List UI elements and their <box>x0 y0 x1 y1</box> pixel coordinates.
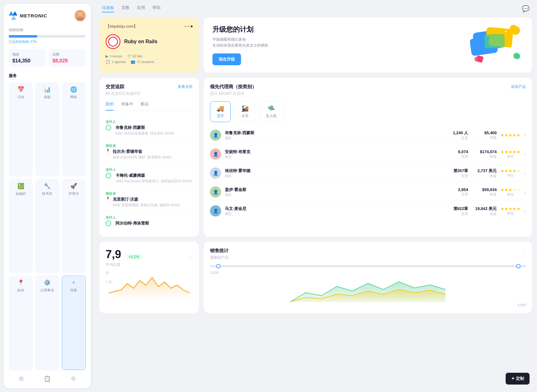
delivery-list: 发件人 ✓ 布鲁克林·西蒙斯 6391 埃尔全圣塞莱斯, 特拉华州 10299 … <box>106 116 193 230</box>
rating-label-3: 评分 <box>500 173 521 178</box>
dealer-arrow-2[interactable]: › <box>524 152 526 157</box>
goal-label: 你的目标 <box>9 27 86 33</box>
service-nursing[interactable]: 🚀护理卡 <box>62 179 86 273</box>
dealer-rating-1: ★★★★★ <box>500 133 521 138</box>
delivery-role-5: 发件人 <box>106 215 193 220</box>
upgrade-illustration: ⚙ <box>467 25 523 65</box>
delivery-item-3: 发件人 ✓ 卡梅伦·威廉姆森 3891 Ranchview 理查森博士, 加利福… <box>106 164 193 188</box>
dealer-money-val-2: $174,074 <box>472 149 497 154</box>
category-drone[interactable]: 🛸 无人机 <box>259 101 283 122</box>
dealer-stat-label-4: 交货 <box>446 192 468 197</box>
dealer-money-5: 19,842 美元 收益 <box>472 206 497 216</box>
goal-percent: 已达到目标的 37% <box>9 39 86 44</box>
avatar[interactable] <box>75 10 86 21</box>
lessons-meta: ▶ 3 lesson <box>106 54 122 58</box>
service-add-label: 添新 <box>70 288 77 293</box>
customize-button[interactable]: ✦ 定制 <box>506 373 530 385</box>
dealer-stat-val-3: 第357章 <box>446 168 468 174</box>
course-logo-inner <box>108 37 118 47</box>
middle-row: 交货追踪 查看全部 56 次交付正在进行中 新的 准备中 船运 发件人 ✓ <box>99 78 532 237</box>
dealer-stat-3: 第357章 交货 <box>446 168 468 178</box>
stats-more-icon[interactable]: ··· <box>189 255 193 259</box>
dealer-money-val-3: 2,737 美元 <box>472 168 497 174</box>
sales-more-icon[interactable]: ··· <box>523 249 526 253</box>
service-network-label: 网络 <box>70 95 77 99</box>
nursing-icon: 🚀 <box>70 183 77 189</box>
service-finance[interactable]: 💹金融的 <box>9 179 33 273</box>
category-truck[interactable]: 🚚 货车 <box>210 101 231 122</box>
course-logo <box>106 34 121 49</box>
delivery-item-2: 接收者 📍 拉尔夫·爱德华兹 星家大道2464号 梅萨, 新泽西州 45463 <box>106 140 193 164</box>
service-activity[interactable]: 📅活动 <box>9 82 33 176</box>
dealer-money-val-4: $59,634 <box>472 187 497 192</box>
dealer-row-4: 👤 盖伊·霍金斯 南区 2,954 交货 $59,634 收益 <box>210 184 526 200</box>
dealer-rating-4: ★★★☆☆ 评分 <box>500 187 521 197</box>
logo-icon <box>9 11 17 20</box>
layers-icon[interactable]: ⊞ <box>19 375 24 382</box>
tab-shipping[interactable]: 船运 <box>141 101 149 111</box>
dealer-stat-val-5: 第822章 <box>446 206 468 212</box>
settings-icon[interactable]: ⚙ <box>71 375 76 382</box>
service-hospitality[interactable]: 📍款待 <box>9 276 33 370</box>
svg-point-9 <box>511 26 520 35</box>
service-insurance[interactable]: 📊保险 <box>35 82 59 176</box>
delivery-link[interactable]: 查看全部 <box>178 84 193 89</box>
dealer-stat-label-1: 交货 <box>446 136 468 140</box>
nav-help[interactable]: 帮助 <box>152 5 161 12</box>
sales-chart-labels: 2,500 <box>210 303 526 307</box>
service-public[interactable]: ⚙️公用事业 <box>35 276 59 370</box>
course-url: 【biqubiqu.com】 <box>106 24 138 29</box>
dealer-revenue-label-1: 收益 <box>472 135 497 140</box>
delivery-addr-2: 星家大道2464号 梅萨, 新泽西州 45463 <box>113 155 171 160</box>
rating-label-5: 评分 <box>500 211 521 216</box>
dealer-info-4: 盖伊·霍金斯 南区 <box>225 187 443 197</box>
check-icon-1: ✓ <box>106 125 111 130</box>
nav-pages[interactable]: 页数 <box>121 5 130 12</box>
budget-value: $14,350 <box>12 58 42 64</box>
upgrade-content: 升级您的计划 平面插图和我们多色 生动的未混合紫色头发女士的精彩 现在升级 <box>212 25 268 65</box>
delivery-info-3: 卡梅伦·威廉姆森 3891 Ranchview 理查森博士, 加利福尼亚州 62… <box>116 173 192 184</box>
add-product-button[interactable]: 添加产品 <box>511 84 526 89</box>
insurance-icon: 📊 <box>44 86 51 93</box>
dealer-arrow-3[interactable]: › <box>524 171 526 175</box>
public-icon: ⚙️ <box>44 279 51 286</box>
upgrade-desc: 平面插图和我们多色 生动的未混合紫色头发女士的精彩 <box>212 37 268 48</box>
nav-dashboard[interactable]: 仪表板 <box>102 5 114 12</box>
dealer-row-1: 👤 布鲁克林·西蒙斯 南区 1,240 人 交货 $5,400 收益 <box>210 127 526 144</box>
chart-label-3000: 3,000 <box>210 271 219 275</box>
content-area: 【biqubiqu.com】 Ruby on Rails <box>94 17 537 392</box>
dealer-arrow-1[interactable]: › <box>524 133 526 138</box>
dealer-money-1: $5,400 收益 <box>472 130 497 140</box>
bottom-row: 7,9 +2.2% ··· 平均位置 10 7.75 <box>99 242 532 313</box>
dealer-stat-label-3: 交货 <box>446 174 468 178</box>
service-network[interactable]: 🌐网络 <box>62 82 86 176</box>
dealer-stat-label-2: 交货 <box>446 154 468 159</box>
range-thumb-right[interactable] <box>516 264 521 268</box>
course-card-header: 【biqubiqu.com】 <box>106 24 193 29</box>
dealer-arrow-5[interactable]: › <box>524 208 526 213</box>
range-thumb-left[interactable] <box>216 264 221 268</box>
course-meta-row2: 📋 1 agenda 👥 72 students <box>106 60 193 64</box>
tab-preparing[interactable]: 准备中 <box>121 101 133 111</box>
service-insurance-label: 保险 <box>44 95 51 99</box>
message-icon[interactable]: 💬 <box>522 5 530 12</box>
dealer-avatar-5: 👤 <box>210 205 221 217</box>
course-card: 【biqubiqu.com】 Ruby on Rails <box>99 17 199 73</box>
delivery-info-2: 拉尔夫·爱德华兹 星家大道2464号 梅萨, 新泽西州 45463 <box>113 149 171 160</box>
document-icon[interactable]: 📋 <box>44 375 51 382</box>
course-body: Ruby on Rails <box>106 34 193 49</box>
range-slider[interactable] <box>210 265 526 267</box>
agenda-value: 1 agenda <box>111 60 126 64</box>
sales-chart-svg <box>210 277 526 302</box>
service-add[interactable]: +添新 <box>62 276 86 370</box>
progress-bar-fill <box>9 35 37 38</box>
delivery-info-1: 布鲁克林·西蒙斯 6391 埃尔全圣塞莱斯, 特拉华州 10299 <box>116 125 174 136</box>
tab-new[interactable]: 新的 <box>106 101 114 111</box>
upgrade-button[interactable]: 现在升级 <box>212 53 241 65</box>
dealer-arrow-4[interactable]: › <box>524 189 526 194</box>
dealer-money-3: 2,737 美元 收益 <box>472 168 497 178</box>
category-train[interactable]: 🚂 火车 <box>234 101 255 122</box>
dealer-rating-2: ★★★★★ 评分 <box>500 149 521 159</box>
service-tech[interactable]: 🔧技术的 <box>35 179 59 273</box>
nav-apps[interactable]: 应用 <box>137 5 145 12</box>
